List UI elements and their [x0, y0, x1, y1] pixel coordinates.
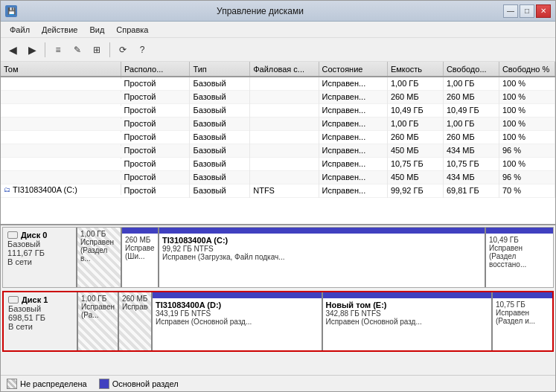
- disk-0-partitions: 1,00 ГБ Исправен (Раздел в... 260 МБ Исп…: [77, 228, 553, 287]
- table-row[interactable]: Простой Базовый Исправен... 1,00 ГБ 1,00…: [1, 117, 555, 130]
- menu-bar: Файл Действие Вид Справка: [1, 22, 555, 38]
- cell-tip: Базовый: [190, 117, 250, 130]
- edit-button[interactable]: ✎: [68, 41, 86, 59]
- cell-status: Исправен...: [319, 157, 387, 170]
- window-icon: 💾: [5, 5, 17, 17]
- cell-fs: [250, 103, 319, 117]
- cell-tom: [1, 77, 121, 79]
- table-row[interactable]: Простой Базовый Исправен... 450 МБ 434 М…: [1, 144, 555, 157]
- col-header-svobodo[interactable]: Свободо...: [443, 62, 499, 77]
- disk-0-part-2[interactable]: TI31083400A (C:) 99,92 ГБ NTFS Исправен …: [159, 228, 486, 287]
- cell-fs: [250, 117, 319, 130]
- col-header-emk[interactable]: Емкость: [387, 62, 443, 77]
- menu-action[interactable]: Действие: [36, 24, 83, 36]
- table-row[interactable]: Простой Базовый Исправен... 1,00 ГБ 1,00…: [1, 77, 555, 90]
- disk-1-status: В сети: [8, 322, 72, 331]
- cell-fs: NTFS: [250, 184, 319, 197]
- disk-1-type: Базовый: [8, 304, 72, 313]
- table-row[interactable]: Простой Базовый Исправен... 10,49 ГБ 10,…: [1, 103, 555, 117]
- menu-help[interactable]: Справка: [110, 24, 154, 36]
- cell-fs: [250, 157, 319, 170]
- cell-tip: Базовый: [190, 103, 250, 117]
- forward-button[interactable]: ▶: [23, 41, 41, 59]
- col-header-tom[interactable]: Том: [1, 62, 121, 77]
- main-window: 💾 Управление дисками — □ ✕ Файл Действие…: [0, 0, 556, 392]
- cell-svobodo: 1,00 ГБ: [443, 117, 499, 130]
- cell-svobodo: 1,00 ГБ: [443, 77, 499, 90]
- cell-svobodo: 10,49 ГБ: [443, 103, 499, 117]
- view-list-button[interactable]: ≡: [49, 41, 67, 59]
- legend-box-primary: [99, 379, 109, 389]
- window-title: Управление дисками: [17, 6, 503, 16]
- cell-tip: Базовый: [190, 90, 250, 103]
- disk-0-part-1[interactable]: 260 МБ Исправен (Ши...: [122, 228, 159, 287]
- col-header-rasp[interactable]: Располо...: [121, 62, 190, 77]
- cell-svobodop: 96 %: [499, 144, 555, 157]
- cell-svobodo: 434 МБ: [443, 170, 499, 184]
- table-row[interactable]: Простой Базовый Исправен... 260 МБ 260 М…: [1, 90, 555, 103]
- disk-1-name: Диск 1: [8, 295, 72, 304]
- cell-svobodop: 100 %: [499, 90, 555, 103]
- title-bar: 💾 Управление дисками — □ ✕: [1, 1, 555, 22]
- cell-fs: [250, 170, 319, 184]
- cell-emk: 260 МБ: [387, 130, 443, 144]
- cell-status: Исправен...: [319, 77, 387, 90]
- cell-fs: [250, 130, 319, 144]
- help-button[interactable]: ?: [133, 41, 151, 59]
- menu-view[interactable]: Вид: [83, 24, 110, 36]
- cell-tom: [1, 131, 121, 132]
- cell-svobodo: 69,81 ГБ: [443, 184, 499, 197]
- cell-svobodop: 96 %: [499, 170, 555, 184]
- cell-rasp: Простой: [121, 103, 190, 117]
- cell-svobodo: 260 МБ: [443, 90, 499, 103]
- menu-file[interactable]: Файл: [4, 24, 36, 36]
- disk-1-part-3[interactable]: Новый том (E:) 342,88 ГБ NTFS Исправен (…: [323, 292, 493, 350]
- cell-tom: [1, 171, 121, 173]
- cell-status: Исправен...: [319, 90, 387, 103]
- table-row[interactable]: Простой Базовый Исправен... 260 МБ 260 М…: [1, 130, 555, 144]
- cell-tom: 🗂 TI31083400A (C:): [1, 184, 121, 195]
- refresh-button[interactable]: ⟳: [114, 41, 132, 59]
- disk-0-name: Диск 0: [7, 231, 71, 240]
- col-header-svobodop[interactable]: Свободно %: [499, 62, 555, 77]
- minimize-button[interactable]: —: [503, 4, 518, 18]
- cell-status: Исправен...: [319, 144, 387, 157]
- disk-0-part-0[interactable]: 1,00 ГБ Исправен (Раздел в...: [77, 228, 122, 287]
- cell-fs: [250, 144, 319, 157]
- legend-unalloc: Не распределена: [7, 379, 87, 389]
- col-header-tip[interactable]: Тип: [190, 62, 250, 77]
- disk-1-part-4[interactable]: 10,75 ГБ Исправен (Раздел и...: [493, 292, 552, 350]
- cell-tom: [1, 144, 121, 146]
- view-button[interactable]: ⊞: [88, 41, 106, 59]
- disk-1-part-2[interactable]: TI31083400A (D:) 343,19 ГБ NTFS Исправен…: [153, 292, 323, 350]
- maximize-button[interactable]: □: [520, 4, 534, 18]
- col-header-status[interactable]: Состояние: [319, 62, 387, 77]
- disk-1-part-1[interactable]: 260 МБ Исправен: [119, 292, 153, 350]
- table-row[interactable]: Простой Базовый Исправен... 450 МБ 434 М…: [1, 170, 555, 184]
- cell-status: Исправен...: [319, 184, 387, 197]
- cell-tom: [1, 158, 121, 159]
- cell-rasp: Простой: [121, 90, 190, 103]
- cell-rasp: Простой: [121, 77, 190, 90]
- cell-emk: 10,75 ГБ: [387, 157, 443, 170]
- back-button[interactable]: ◀: [4, 41, 22, 59]
- disk-panels: Диск 0 Базовый 111,67 ГБ В сети 1,00 ГБ …: [1, 225, 555, 375]
- disk-0-icon: [7, 231, 18, 239]
- disk-1-icon: [8, 296, 19, 303]
- toolbar-separator-2: [109, 42, 110, 57]
- col-header-fs[interactable]: Файловая с...: [250, 62, 319, 77]
- cell-svobodop: 100 %: [499, 117, 555, 130]
- toolbar-separator-1: [45, 42, 45, 57]
- cell-status: Исправен...: [319, 170, 387, 184]
- cell-tom: [1, 104, 121, 106]
- cell-svobodo: 10,75 ГБ: [443, 157, 499, 170]
- cell-svobodo: 434 МБ: [443, 144, 499, 157]
- close-button[interactable]: ✕: [536, 4, 551, 18]
- disk-1-part-0[interactable]: 1,00 ГБ Исправен (Ра...: [78, 292, 119, 350]
- table-row[interactable]: 🗂 TI31083400A (C:) Простой Базовый NTFS …: [1, 184, 555, 197]
- table-row[interactable]: Простой Базовый Исправен... 10,75 ГБ 10,…: [1, 157, 555, 170]
- disk-table[interactable]: Том Располо... Тип Файловая с... Состоян…: [1, 62, 555, 225]
- cell-svobodop: 100 %: [499, 157, 555, 170]
- disk-0-part-3[interactable]: 10,49 ГБ Исправен (Раздел восстано...: [486, 228, 553, 287]
- cell-svobodop: 70 %: [499, 184, 555, 197]
